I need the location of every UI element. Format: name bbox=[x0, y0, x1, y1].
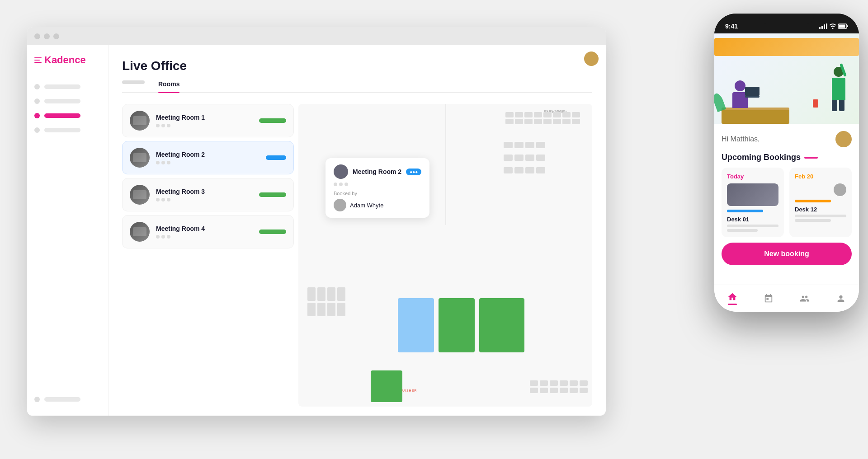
booking-line-1 bbox=[727, 225, 778, 227]
browser-close-dot[interactable] bbox=[34, 33, 40, 39]
popup-status-badge: ●●● bbox=[406, 169, 421, 175]
bottom-desk-grid bbox=[530, 380, 588, 393]
room-status-4 bbox=[259, 230, 286, 234]
sidebar-item-1[interactable] bbox=[34, 80, 101, 94]
popup-room-name: Meeting Room 2 bbox=[353, 168, 401, 175]
sidebar-item-4[interactable] bbox=[34, 123, 101, 137]
sidebar-dot-bottom bbox=[34, 397, 40, 402]
room-dot-2a bbox=[156, 161, 160, 164]
booking-lines-today bbox=[727, 225, 778, 232]
booking-date-today: Today bbox=[727, 173, 778, 180]
phone-hero bbox=[714, 33, 859, 124]
booking-card-avatar bbox=[834, 183, 846, 196]
office-layout: Meeting Room 1 Meeting Room 2 bbox=[122, 104, 592, 407]
page-title: Live Office bbox=[122, 59, 592, 73]
nav-team[interactable] bbox=[800, 294, 810, 304]
desk-label-today: Desk 01 bbox=[727, 216, 778, 223]
section-accent bbox=[804, 157, 818, 159]
sidebar-bar-4 bbox=[44, 128, 80, 132]
team-icon bbox=[800, 294, 810, 304]
hero-person-1 bbox=[732, 80, 748, 108]
tab-rooms[interactable]: Rooms bbox=[158, 80, 179, 92]
room-popup[interactable]: Meeting Room 2 ●●● Booked by Adam Whyte bbox=[326, 158, 429, 218]
battery-icon bbox=[838, 23, 848, 29]
nav-home[interactable] bbox=[727, 292, 737, 305]
room-dot-4c bbox=[167, 235, 170, 239]
top-desk-grid bbox=[502, 108, 592, 128]
popup-user-avatar bbox=[334, 199, 346, 211]
home-icon bbox=[727, 292, 737, 302]
browser-maximize-dot[interactable] bbox=[53, 33, 59, 39]
section-title-text: Upcoming Bookings bbox=[722, 153, 801, 162]
room-item-2[interactable]: Meeting Room 2 bbox=[122, 141, 294, 174]
phone-content: Hi Matthias, Upcoming Bookings Today bbox=[714, 124, 859, 285]
browser-content: Kadence bbox=[27, 45, 606, 416]
room-photo-1 bbox=[130, 111, 150, 131]
main-content: Live Office Rooms Meeting Room 1 bbox=[108, 45, 606, 416]
room-dot-1a bbox=[156, 124, 160, 127]
room-info-3: Meeting Room 3 bbox=[156, 188, 253, 201]
hero-person-2 bbox=[832, 67, 845, 111]
bookings-row: Today Desk 01 Feb 20 Desk bbox=[722, 168, 852, 237]
hero-plant bbox=[714, 92, 726, 112]
sidebar-item-2[interactable] bbox=[34, 94, 101, 108]
popup-room-avatar bbox=[334, 164, 348, 179]
booking-card-feb[interactable]: Feb 20 Desk 12 bbox=[789, 168, 852, 237]
profile-icon bbox=[836, 294, 846, 304]
phone-notch-area: 9:41 bbox=[714, 14, 859, 33]
signal-bar-2 bbox=[821, 26, 823, 29]
browser-window: Kadence bbox=[27, 27, 606, 416]
phone-user-avatar[interactable] bbox=[835, 131, 852, 147]
popup-dot-1 bbox=[334, 183, 337, 186]
room-dot-3a bbox=[156, 198, 160, 201]
room-item-4[interactable]: Meeting Room 4 bbox=[122, 215, 294, 248]
room-name-4: Meeting Room 4 bbox=[156, 225, 253, 232]
booking-line-2 bbox=[727, 229, 758, 232]
new-booking-button[interactable]: New booking bbox=[722, 243, 852, 265]
browser-titlebar bbox=[27, 27, 606, 45]
floor-plan: ELEVATOR 🔴 FIRE EXTINGUISHER STAIRS ELEV… bbox=[298, 104, 592, 407]
nav-profile[interactable] bbox=[836, 294, 846, 304]
booking-lines-feb bbox=[795, 215, 846, 222]
room-name-1: Meeting Room 1 bbox=[156, 114, 253, 121]
popup-dot-3 bbox=[344, 183, 348, 186]
room-photo-3 bbox=[130, 185, 150, 205]
sidebar-dot-1 bbox=[34, 84, 40, 89]
room-item-1[interactable]: Meeting Room 1 bbox=[122, 104, 294, 137]
section-title: Upcoming Bookings bbox=[722, 153, 852, 162]
booking-status-bar-today bbox=[727, 210, 763, 212]
signal-bar-1 bbox=[819, 27, 821, 29]
room-dot-1b bbox=[161, 124, 165, 127]
mobile-phone: 9:41 bbox=[714, 14, 859, 312]
nav-calendar[interactable] bbox=[764, 294, 774, 304]
browser-minimize-dot[interactable] bbox=[44, 33, 50, 39]
wifi-icon bbox=[829, 23, 836, 29]
divider-vertical bbox=[445, 104, 446, 225]
popup-user-name: Adam Whyte bbox=[350, 202, 383, 209]
room-dots-1 bbox=[156, 124, 253, 127]
room-name-2: Meeting Room 2 bbox=[156, 151, 259, 158]
sidebar-item-bottom[interactable] bbox=[34, 392, 101, 407]
room-dot-3b bbox=[161, 198, 165, 201]
booking-card-today[interactable]: Today Desk 01 bbox=[722, 168, 784, 237]
desk-label-feb: Desk 12 bbox=[795, 206, 846, 213]
phone-screen: Hi Matthias, Upcoming Bookings Today bbox=[714, 33, 859, 312]
room-list: Meeting Room 1 Meeting Room 2 bbox=[122, 104, 294, 407]
right-desk-area bbox=[502, 140, 592, 178]
room-info-1: Meeting Room 1 bbox=[156, 114, 253, 127]
svg-rect-1 bbox=[839, 25, 845, 28]
booking-status-bar-feb bbox=[795, 200, 831, 202]
tab-placeholder bbox=[122, 80, 145, 84]
sidebar-item-3[interactable] bbox=[34, 108, 101, 123]
logo-icon bbox=[34, 57, 42, 63]
hero-pencil-holder bbox=[813, 99, 818, 108]
profile-button[interactable] bbox=[584, 52, 599, 66]
room-item-3[interactable]: Meeting Room 3 bbox=[122, 178, 294, 211]
booking-line-3 bbox=[795, 215, 846, 217]
popup-header: Meeting Room 2 ●●● bbox=[334, 164, 421, 179]
sidebar-dot-3 bbox=[34, 113, 40, 118]
hero-shelf bbox=[714, 38, 859, 56]
sidebar: Kadence bbox=[27, 45, 108, 416]
logo[interactable]: Kadence bbox=[34, 54, 101, 66]
room-dots-4 bbox=[156, 235, 253, 239]
